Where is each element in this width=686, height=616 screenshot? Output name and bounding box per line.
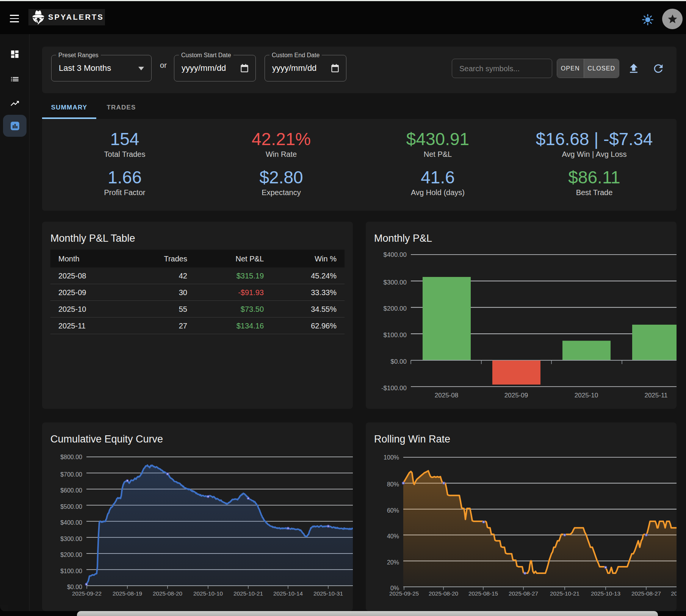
svg-text:2025-09-25: 2025-09-25 [389,590,419,597]
svg-text:$200.00: $200.00 [384,305,407,312]
svg-text:2025-10: 2025-10 [575,392,598,399]
svg-text:$400.00: $400.00 [384,251,407,258]
svg-text:2025-08-27: 2025-08-27 [509,590,538,597]
svg-text:2025-10-31: 2025-10-31 [313,590,343,597]
svg-text:$200.00: $200.00 [60,552,82,558]
svg-text:2025-10-21: 2025-10-21 [233,590,263,597]
svg-text:$500.00: $500.00 [60,503,82,510]
svg-text:2025-08: 2025-08 [435,392,458,399]
svg-text:80%: 80% [387,481,399,488]
svg-text:2025-08-27: 2025-08-27 [631,590,661,597]
svg-text:$800.00: $800.00 [60,454,82,460]
svg-text:$300.00: $300.00 [60,536,82,542]
svg-text:2025-08-20: 2025-08-20 [153,590,182,597]
svg-text:40%: 40% [387,533,399,539]
svg-text:$0.00: $0.00 [390,358,407,365]
svg-text:$400.00: $400.00 [60,519,82,526]
svg-text:$600.00: $600.00 [60,487,82,494]
svg-text:$700.00: $700.00 [60,471,82,478]
svg-text:-$100.00: -$100.00 [381,385,407,392]
svg-text:2025-08-20: 2025-08-20 [429,590,458,597]
svg-text:2025-11: 2025-11 [644,392,667,399]
svg-text:$100.00: $100.00 [384,331,407,339]
svg-text:60%: 60% [387,507,399,514]
svg-text:2025-10-10: 2025-10-10 [193,590,223,597]
svg-text:$300.00: $300.00 [384,279,407,286]
svg-text:2025-09-22: 2025-09-22 [72,590,102,597]
svg-text:100%: 100% [384,454,399,461]
svg-text:2025-10-13: 2025-10-13 [591,590,620,597]
svg-text:2025-09-2: 2025-09-2 [671,590,677,597]
svg-text:2025-10-14: 2025-10-14 [273,590,303,597]
svg-text:20%: 20% [387,559,399,566]
svg-text:2025-10-21: 2025-10-21 [550,590,579,597]
svg-text:$100.00: $100.00 [60,568,82,574]
svg-text:2025-08-19: 2025-08-19 [113,590,142,597]
svg-text:2025-09: 2025-09 [504,392,528,399]
svg-text:$0.00: $0.00 [67,584,82,590]
svg-text:2025-08-15: 2025-08-15 [468,590,498,597]
